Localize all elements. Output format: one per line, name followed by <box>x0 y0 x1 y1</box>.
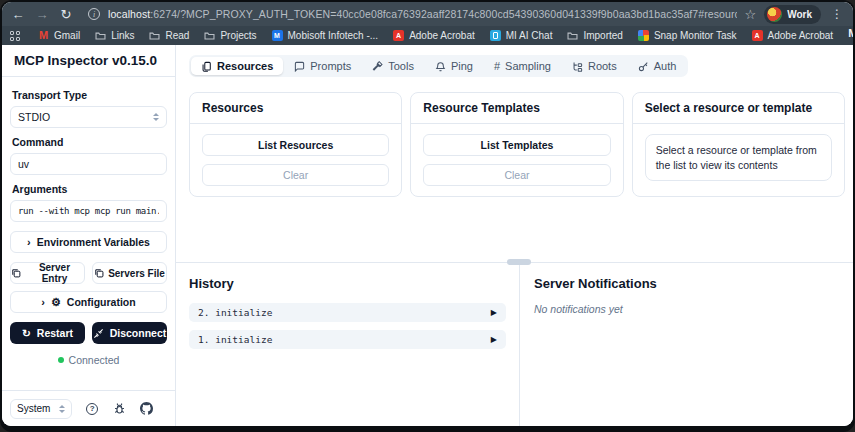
bookmark-mobisoft-infotech[interactable]: M Mobisoft Infotech -... <box>272 30 379 41</box>
copy-icon <box>94 268 104 278</box>
bookmark-label: Imported <box>583 30 622 41</box>
server-notifications-panel: Server Notifications No notifications ye… <box>520 263 853 426</box>
unplug-icon <box>93 328 104 339</box>
history-item-label: 2. initialize <box>198 307 272 318</box>
clear-templates-button[interactable]: Clear <box>423 164 610 186</box>
bug-icon[interactable] <box>113 402 126 415</box>
bottom-panels: History 2. initialize ▶ 1. initialize ▶ <box>176 263 853 426</box>
forward-icon[interactable]: → <box>34 8 50 21</box>
restart-button[interactable]: ↻ Restart <box>10 322 85 344</box>
snap-monitor-icon <box>638 30 649 41</box>
bookmark-imported[interactable]: Imported <box>567 30 622 41</box>
arguments-input[interactable] <box>10 200 167 222</box>
history-item-label: 1. initialize <box>198 334 272 345</box>
bookmark-star-icon[interactable]: ☆ <box>745 7 757 22</box>
tab-label: Sampling <box>505 60 551 72</box>
folder-icon <box>149 30 160 41</box>
adobe-acrobat-icon: A <box>393 30 404 41</box>
bookmark-label: Gmail <box>54 30 80 41</box>
transport-type-value: STDIO <box>18 111 50 123</box>
bookmark-adobe-acrobat-1[interactable]: A Adobe Acrobat <box>393 30 475 41</box>
gmail-icon: M <box>38 30 49 41</box>
environment-variables-label: Environment Variables <box>37 236 150 248</box>
main-content: Resources Prompts Tools Ping <box>176 45 853 426</box>
sidebar-footer: System ? <box>2 390 175 426</box>
browser-toolbar: ← → ↻ i localhost:6274/?MCP_PROXY_AUTH_T… <box>2 2 853 26</box>
hash-icon: # <box>494 60 500 72</box>
bookmark-gmail[interactable]: M Gmail <box>38 30 80 41</box>
url-host: localhost <box>108 8 150 20</box>
connected-dot-icon <box>58 357 64 363</box>
mobisoft-logo: M BISOFT <box>848 28 853 43</box>
tab-resources[interactable]: Resources <box>191 57 283 75</box>
help-icon[interactable]: ? <box>86 403 98 415</box>
folder-icon <box>567 30 578 41</box>
bookmark-label: Read <box>165 30 189 41</box>
configuration-button[interactable]: › ⚙ Configuration <box>10 291 167 313</box>
bookmark-mi-ai-chat[interactable]: MI AI Chat <box>490 30 553 41</box>
reload-icon[interactable]: ↻ <box>58 8 74 21</box>
url-path: :6274/?MCP_PROXY_AUTH_TOKEN=40cc0e08fca7… <box>150 8 736 20</box>
disconnect-label: Disconnect <box>110 327 167 339</box>
resources-card: Resources List Resources Clear <box>189 92 402 197</box>
history-item[interactable]: 2. initialize ▶ <box>189 303 506 322</box>
restart-label: Restart <box>37 327 73 339</box>
sidebar: MCP Inspector v0.15.0 Transport Type STD… <box>2 45 176 426</box>
connection-status-text: Connected <box>69 354 120 366</box>
command-label: Command <box>12 136 165 148</box>
list-resources-button[interactable]: List Resources <box>202 134 389 156</box>
environment-variables-button[interactable]: › Environment Variables <box>10 231 167 253</box>
panel-resize-handle[interactable] <box>507 259 531 265</box>
tab-ping[interactable]: Ping <box>425 57 483 75</box>
back-icon[interactable]: ← <box>10 8 26 21</box>
message-square-icon <box>294 61 305 72</box>
tab-label: Resources <box>217 60 273 72</box>
browser-menu-icon[interactable]: ⋮ <box>829 7 845 21</box>
transport-type-select[interactable]: STDIO <box>10 106 167 128</box>
server-entry-button[interactable]: Server Entry <box>10 262 85 284</box>
clear-resources-button[interactable]: Clear <box>202 164 389 186</box>
configuration-label: Configuration <box>67 296 136 308</box>
theme-select[interactable]: System <box>10 399 72 419</box>
bookmark-label: MI AI Chat <box>506 30 553 41</box>
list-templates-button[interactable]: List Templates <box>423 134 610 156</box>
bookmark-links[interactable]: Links <box>95 30 134 41</box>
browser-profile-chip[interactable]: Work <box>764 5 821 24</box>
resources-tab-panel: Resources Prompts Tools Ping <box>176 45 853 263</box>
resource-preview-card: Select a resource or template Select a r… <box>632 92 845 197</box>
select-chevrons-icon <box>153 113 159 121</box>
site-info-icon[interactable]: i <box>88 8 100 20</box>
chevron-right-icon: › <box>41 296 45 308</box>
preview-placeholder-message: Select a resource or template from the l… <box>645 134 832 181</box>
bookmark-label: Adobe Acrobat <box>768 30 834 41</box>
bookmark-projects[interactable]: Projects <box>204 30 256 41</box>
logo-text-m: M <box>848 28 853 39</box>
apps-grid-icon[interactable] <box>10 31 20 41</box>
adobe-acrobat-icon: A <box>752 30 763 41</box>
tab-sampling[interactable]: # Sampling <box>484 57 561 75</box>
tab-roots[interactable]: Roots <box>562 57 627 75</box>
bookmark-adobe-acrobat-2[interactable]: A Adobe Acrobat <box>752 30 834 41</box>
server-notifications-title: Server Notifications <box>534 276 839 291</box>
profile-name: Work <box>787 9 812 20</box>
resource-preview-card-title: Select a resource or template <box>633 93 844 124</box>
address-bar[interactable]: localhost:6274/?MCP_PROXY_AUTH_TOKEN=40c… <box>108 8 737 20</box>
servers-file-button[interactable]: Servers File <box>92 262 167 284</box>
list-tree-icon <box>572 61 583 72</box>
history-item[interactable]: 1. initialize ▶ <box>189 330 506 349</box>
tab-tools[interactable]: Tools <box>362 57 424 75</box>
tab-auth[interactable]: Auth <box>628 57 687 75</box>
bookmark-label: Projects <box>220 30 256 41</box>
tab-prompts[interactable]: Prompts <box>284 57 361 75</box>
tab-label: Roots <box>588 60 617 72</box>
command-input[interactable] <box>10 153 167 175</box>
bookmark-snap-monitor-task[interactable]: Snap Monitor Task <box>638 30 737 41</box>
bookmark-label: Mobisoft Infotech -... <box>288 30 379 41</box>
bookmark-read[interactable]: Read <box>149 30 189 41</box>
resources-card-title: Resources <box>190 93 401 124</box>
avatar <box>767 7 782 22</box>
github-icon[interactable] <box>140 402 153 415</box>
servers-file-label: Servers File <box>108 268 165 279</box>
arguments-label: Arguments <box>12 183 165 195</box>
disconnect-button[interactable]: Disconnect <box>92 322 167 344</box>
